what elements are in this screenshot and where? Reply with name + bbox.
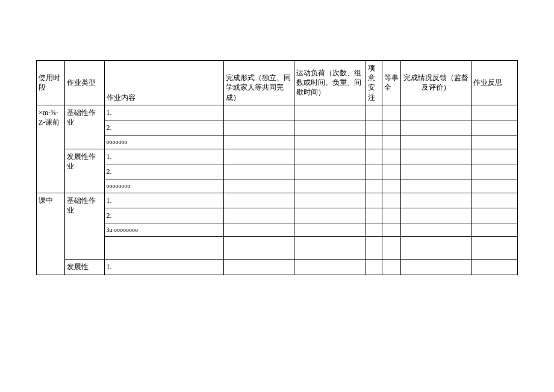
load-cell (294, 120, 366, 135)
reflect-cell (472, 164, 518, 179)
feedback-cell (401, 208, 472, 223)
load-cell (294, 208, 366, 223)
phase-pre: ×m-⅜-Z-课前 (37, 105, 65, 193)
safety-cell (382, 223, 401, 237)
table-row: ×m-⅜-Z-课前 基础性作业 1. (37, 105, 518, 120)
header-content: 作业内容 (104, 61, 223, 105)
safety-cell (382, 179, 401, 193)
table-row: 2. (37, 208, 518, 223)
header-row: 使用时段 作业类型 作业内容 完成形式（独立、同学或家人等共同完成） 运动负荷（… (37, 61, 518, 105)
safety-cell (382, 135, 401, 149)
header-safety: 等事全 (382, 61, 401, 105)
feedback-cell (401, 223, 472, 237)
content-cell: 2. (104, 164, 223, 179)
form-cell (223, 208, 294, 223)
note-cell (366, 179, 382, 193)
table-row: ooooooo (37, 135, 518, 149)
feedback-cell (401, 260, 472, 275)
feedback-cell (401, 149, 472, 164)
table-row (37, 237, 518, 260)
feedback-cell (401, 237, 472, 260)
form-cell (223, 135, 294, 149)
content-cell: 1. (104, 149, 223, 164)
content-cell: 2. (104, 208, 223, 223)
reflect-cell (472, 237, 518, 260)
header-load: 运动负荷（次数、组数或时间、负重、间歇时间） (294, 61, 366, 105)
load-cell (294, 135, 366, 149)
safety-cell (382, 208, 401, 223)
content-cell (104, 237, 223, 260)
header-form: 完成形式（独立、同学或家人等共同完成） (223, 61, 294, 105)
content-cell: ooooooo (104, 135, 223, 149)
form-cell (223, 179, 294, 193)
feedback-cell (401, 193, 472, 208)
load-cell (294, 105, 366, 120)
note-cell (366, 223, 382, 237)
header-reflect: 作业反思 (472, 61, 518, 105)
note-cell (366, 260, 382, 275)
feedback-cell (401, 164, 472, 179)
reflect-cell (472, 208, 518, 223)
safety-cell (382, 164, 401, 179)
note-cell (366, 120, 382, 135)
load-cell (294, 179, 366, 193)
note-cell (366, 193, 382, 208)
note-cell (366, 105, 382, 120)
note-cell (366, 208, 382, 223)
feedback-cell (401, 105, 472, 120)
safety-cell (382, 193, 401, 208)
note-cell (366, 149, 382, 164)
feedback-cell (401, 179, 472, 193)
form-cell (223, 149, 294, 164)
table-row: 课中 基础性作业 1. (37, 193, 518, 208)
safety-cell (382, 260, 401, 275)
reflect-cell (472, 135, 518, 149)
safety-cell (382, 149, 401, 164)
load-cell (294, 260, 366, 275)
content-cell: 2. (104, 120, 223, 135)
header-phase: 使用时段 (37, 61, 65, 105)
form-cell (223, 120, 294, 135)
reflect-cell (472, 260, 518, 275)
form-cell (223, 164, 294, 179)
form-cell (223, 105, 294, 120)
reflect-cell (472, 223, 518, 237)
load-cell (294, 149, 366, 164)
content-cell: 1. (104, 193, 223, 208)
feedback-cell (401, 135, 472, 149)
form-cell (223, 237, 294, 260)
form-cell (223, 260, 294, 275)
table-row: 发展性作业 1. (37, 149, 518, 164)
table-row: oooooooo (37, 179, 518, 193)
header-note: 项意安注 (366, 61, 382, 105)
safety-cell (382, 120, 401, 135)
form-cell (223, 193, 294, 208)
content-cell: 1. (104, 260, 223, 275)
type-develop: 发展性作业 (65, 149, 104, 193)
safety-cell (382, 237, 401, 260)
content-cell: 3u oooooooo (104, 223, 223, 237)
header-feedback: 完成情况反馈（监督及评价） (401, 61, 472, 105)
content-cell: 1. (104, 105, 223, 120)
table-row: 2. (37, 120, 518, 135)
note-cell (366, 164, 382, 179)
type-develop-short: 发展性 (65, 260, 104, 275)
reflect-cell (472, 149, 518, 164)
assignment-table: 使用时段 作业类型 作业内容 完成形式（独立、同学或家人等共同完成） 运动负荷（… (36, 60, 518, 275)
table-row: 3u oooooooo (37, 223, 518, 237)
phase-mid: 课中 (37, 193, 65, 275)
form-cell (223, 223, 294, 237)
note-cell (366, 135, 382, 149)
content-cell: oooooooo (104, 179, 223, 193)
table-row: 发展性 1. (37, 260, 518, 275)
type-basic: 基础性作业 (65, 105, 104, 149)
safety-cell (382, 105, 401, 120)
reflect-cell (472, 193, 518, 208)
reflect-cell (472, 120, 518, 135)
load-cell (294, 164, 366, 179)
reflect-cell (472, 179, 518, 193)
header-type: 作业类型 (65, 61, 104, 105)
table-row: 2. (37, 164, 518, 179)
load-cell (294, 237, 366, 260)
type-basic: 基础性作业 (65, 193, 104, 260)
